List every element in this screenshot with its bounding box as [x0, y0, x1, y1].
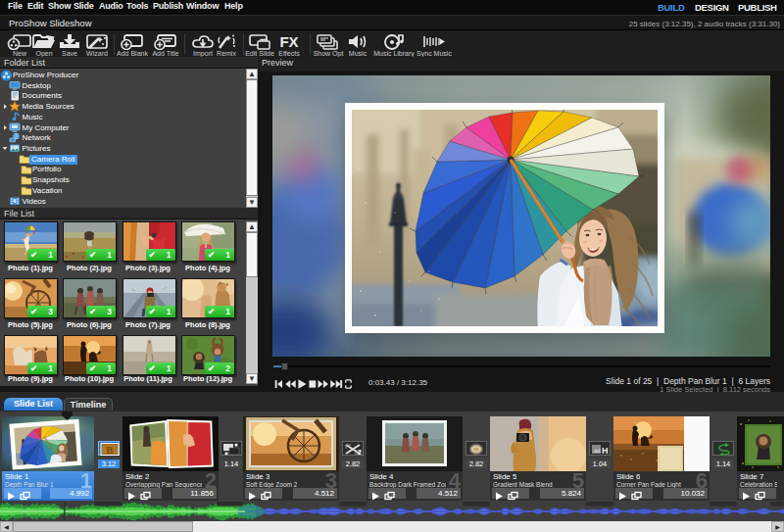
svg-text:B: B: [106, 444, 114, 456]
svg-text:2: 2: [358, 449, 362, 456]
svg-text:H: H: [602, 446, 609, 456]
svg-text:FX: FX: [279, 33, 298, 50]
